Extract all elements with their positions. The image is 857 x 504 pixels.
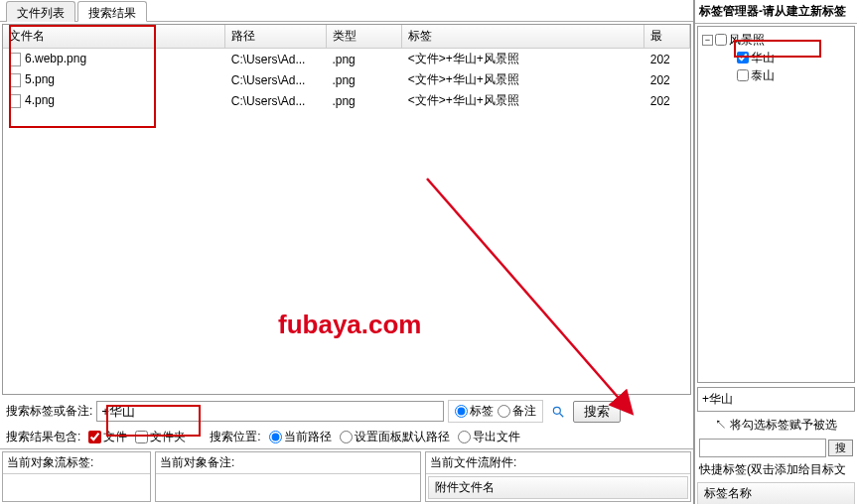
table-row[interactable]: 6.webp.pngC:\Users\Ad....png<文件>+华山+风景照2… [3, 49, 690, 70]
cell-type: .png [326, 90, 401, 111]
tree-check-root[interactable] [715, 34, 727, 46]
file-icon [9, 73, 21, 87]
tab-bar: 文件列表 搜索结果 [0, 0, 693, 22]
radio-default-path-label: 设置面板默认路径 [355, 429, 450, 445]
cell-tags: <文件>+华山+风景照 [402, 90, 644, 111]
search-button[interactable]: 搜索 [573, 401, 621, 423]
cell-date: 202 [644, 90, 690, 111]
search-icon-button[interactable] [547, 402, 569, 422]
radio-tag[interactable] [455, 405, 468, 418]
search-label: 搜索标签或备注: [6, 403, 92, 420]
cell-tags: <文件>+华山+风景照 [402, 69, 644, 90]
tab-file-list[interactable]: 文件列表 [6, 1, 75, 22]
cell-name: 5.png [25, 72, 55, 86]
radio-default-path[interactable] [340, 431, 353, 443]
attach-col-header[interactable]: 附件文件名 [428, 476, 688, 499]
panel-obj-note-title: 当前对象备注: [156, 452, 420, 474]
panel-obj-note: 当前对象备注: [155, 451, 421, 502]
col-header-path[interactable]: 路径 [225, 25, 327, 49]
cell-tags: <文件>+华山+风景照 [402, 49, 644, 70]
col-header-name[interactable]: 文件名 [3, 25, 225, 49]
tree-label[interactable]: 华山 [751, 49, 775, 66]
panel-file-attach-title: 当前文件流附件: [426, 452, 690, 474]
col-header-date[interactable]: 最 [644, 25, 690, 49]
selected-tag-display: +华山 [697, 387, 855, 412]
tree-label-root[interactable]: 风景照 [729, 31, 765, 49]
cell-path: C:\Users\Ad... [225, 49, 327, 70]
radio-note-label: 备注 [512, 403, 536, 420]
cell-date: 202 [644, 69, 690, 90]
file-icon [9, 53, 21, 66]
tab-search-results[interactable]: 搜索结果 [77, 1, 147, 22]
tree-label[interactable]: 泰山 [751, 66, 775, 84]
cell-type: .png [326, 69, 401, 90]
table-row[interactable]: 5.pngC:\Users\Ad....png<文件>+华山+风景照202 [3, 69, 690, 90]
search-input[interactable] [96, 401, 444, 422]
tag-tree: − 风景照 华山泰山 [697, 26, 855, 383]
chk-folder[interactable] [135, 431, 148, 443]
cell-name: 4.png [25, 93, 55, 107]
tree-node[interactable]: 泰山 [724, 66, 850, 84]
search-mode-group: 标签 备注 [448, 400, 543, 423]
radio-export-label: 导出文件 [473, 429, 520, 445]
tree-check[interactable] [737, 52, 749, 63]
right-search-input[interactable] [699, 439, 826, 457]
quick-tag-label: 快捷标签(双击添加给目标文 [695, 459, 857, 480]
cell-path: C:\Users\Ad... [225, 69, 327, 90]
assign-tags-title: ↖ 将勾选标签赋予被选 [695, 414, 857, 437]
chk-file-label: 文件 [103, 429, 127, 445]
file-icon [9, 94, 21, 108]
tree-toggle-root[interactable]: − [702, 35, 713, 46]
chk-file[interactable] [88, 431, 101, 443]
filter-contains-label: 搜索结果包含: [6, 429, 80, 445]
radio-tag-label: 标签 [470, 403, 494, 420]
svg-point-1 [554, 407, 561, 414]
svg-line-2 [560, 413, 564, 417]
panel-obj-tags: 当前对象流标签: [2, 451, 151, 502]
cell-date: 202 [644, 49, 690, 70]
file-table: 文件名 路径 类型 标签 最 6.webp.pngC:\Users\Ad....… [3, 25, 690, 111]
radio-current-path-label: 当前路径 [284, 429, 332, 445]
col-header-tags[interactable]: 标签 [402, 25, 644, 49]
chk-folder-label: 文件夹 [150, 429, 186, 445]
tag-name-header[interactable]: 标签名称 [697, 482, 855, 504]
panel-obj-tags-title: 当前对象流标签: [3, 452, 150, 474]
tag-manager-title: 标签管理器-请从建立新标签 [695, 0, 857, 24]
filter-location-label: 搜索位置: [210, 429, 260, 445]
right-search-btn[interactable]: 搜 [828, 440, 853, 456]
cell-name: 6.webp.png [25, 52, 86, 65]
table-row[interactable]: 4.pngC:\Users\Ad....png<文件>+华山+风景照202 [3, 90, 690, 111]
file-table-wrap: 文件名 路径 类型 标签 最 6.webp.pngC:\Users\Ad....… [2, 24, 691, 395]
radio-current-path[interactable] [269, 431, 282, 443]
search-icon [551, 405, 565, 419]
col-header-type[interactable]: 类型 [326, 25, 401, 49]
tree-check[interactable] [737, 69, 749, 81]
cell-path: C:\Users\Ad... [225, 90, 327, 111]
radio-export[interactable] [458, 431, 471, 443]
panel-file-attach: 当前文件流附件: 附件文件名 [425, 451, 691, 502]
tree-node[interactable]: 华山 [724, 49, 850, 66]
cell-type: .png [326, 49, 401, 70]
radio-note[interactable] [498, 405, 510, 418]
